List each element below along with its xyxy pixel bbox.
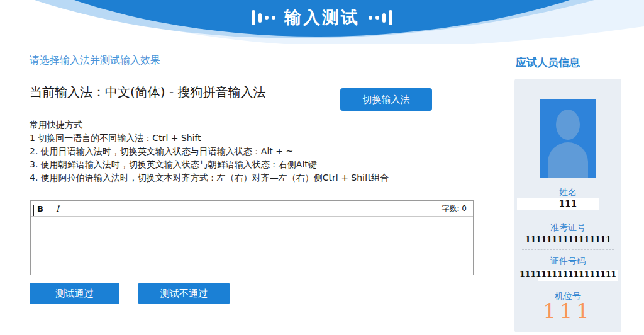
candidate-panel: 姓名 111 准考证号 1111111111111111 证件号码 111111… (514, 79, 621, 332)
name-value: 111 (514, 198, 621, 208)
text-caret (33, 205, 34, 216)
shortcut-item: 3. 使用朝鲜语输入法时，切换英文输入状态与朝鲜语输入状态：右侧Alt键 (30, 158, 389, 171)
page-title: 输入测试 (284, 6, 360, 29)
italic-button[interactable]: I (56, 204, 59, 213)
divider (522, 249, 614, 250)
name-label: 姓名 (514, 187, 621, 198)
test-editor: B I 字数: 0 (30, 200, 474, 275)
current-ime-text: 当前输入法：中文(简体) - 搜狗拼音输入法 (30, 84, 266, 101)
shortcut-item: 2. 使用日语输入法时，切换英文输入状态与日语输入状态：Alt + ~ (30, 145, 389, 158)
seat-no-value: 111 (514, 299, 621, 323)
candidate-panel-title: 应试人员信息 (516, 55, 580, 70)
avatar-head-icon (556, 110, 580, 140)
id-no-label: 证件号码 (514, 256, 621, 267)
shortcut-item: 4. 使用阿拉伯语输入法时，切换文本对齐方式：左（右）对齐—左（右）侧Ctrl … (30, 171, 389, 185)
bold-button[interactable]: B (37, 204, 43, 213)
divider (522, 285, 614, 285)
title-decoration-right-icon (369, 10, 392, 25)
exam-no-label: 准考证号 (514, 222, 621, 234)
avatar-torso-icon (548, 142, 588, 178)
candidate-photo-placeholder (540, 99, 596, 178)
switch-ime-button[interactable]: 切换输入法 (340, 88, 432, 111)
input-test-page: 输入测试 请选择输入法并测试输入效果 当前输入法：中文(简体) - 搜狗拼音输入… (0, 0, 644, 335)
test-fail-button[interactable]: 测试不通过 (138, 283, 230, 304)
instruction-text: 请选择输入法并测试输入效果 (30, 54, 160, 67)
test-pass-button[interactable]: 测试通过 (30, 283, 119, 304)
header-banner: 输入测试 (0, 0, 644, 44)
shortcut-item: 1 切换同一语言的不同输入法：Ctrl + Shift (30, 132, 389, 145)
exam-no-value: 1111111111111111 (514, 235, 621, 244)
shortcuts-list: 常用快捷方式 1 切换同一语言的不同输入法：Ctrl + Shift 2. 使用… (30, 118, 389, 185)
title-decoration-left-icon (252, 10, 275, 25)
word-count: 字数: 0 (442, 203, 467, 214)
test-input-area[interactable] (31, 217, 473, 275)
id-no-value: 111111111111111111 (514, 270, 621, 279)
editor-toolbar: B I 字数: 0 (31, 201, 473, 217)
divider (522, 215, 614, 215)
shortcuts-title: 常用快捷方式 (30, 118, 389, 132)
